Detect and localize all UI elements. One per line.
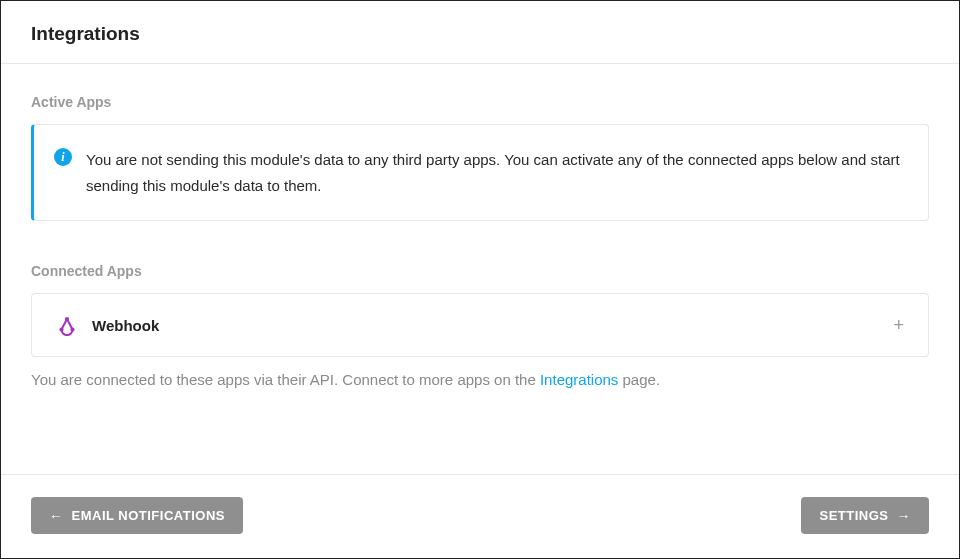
integrations-link[interactable]: Integrations <box>540 371 618 388</box>
active-apps-info-text: You are not sending this module's data t… <box>86 147 906 198</box>
app-card-left: Webhook <box>56 314 159 336</box>
connected-apps-helper: You are connected to these apps via thei… <box>31 371 929 388</box>
active-apps-info-card: i You are not sending this module's data… <box>31 124 929 221</box>
helper-post: page. <box>618 371 660 388</box>
page-title: Integrations <box>31 23 929 45</box>
add-app-icon[interactable]: + <box>893 316 904 334</box>
active-apps-label: Active Apps <box>31 94 929 110</box>
connected-app-webhook[interactable]: Webhook + <box>31 293 929 357</box>
back-button-label: EMAIL NOTIFICATIONS <box>72 508 225 523</box>
page-content: Active Apps i You are not sending this m… <box>1 64 959 388</box>
helper-pre: You are connected to these apps via thei… <box>31 371 540 388</box>
app-name: Webhook <box>92 317 159 334</box>
info-icon: i <box>54 148 72 166</box>
webhook-icon <box>56 314 78 336</box>
page-header: Integrations <box>1 1 959 64</box>
page-footer: ← EMAIL NOTIFICATIONS SETTINGS → <box>1 474 959 558</box>
next-button-label: SETTINGS <box>819 508 888 523</box>
arrow-left-icon: ← <box>49 509 64 523</box>
settings-button[interactable]: SETTINGS → <box>801 497 929 534</box>
connected-apps-label: Connected Apps <box>31 263 929 279</box>
email-notifications-button[interactable]: ← EMAIL NOTIFICATIONS <box>31 497 243 534</box>
arrow-right-icon: → <box>897 509 912 523</box>
